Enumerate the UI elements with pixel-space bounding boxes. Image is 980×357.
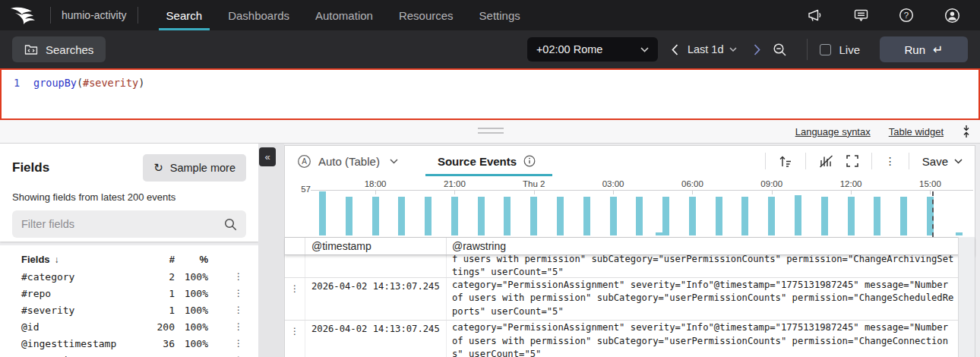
view-type-value: Auto (Table) <box>318 155 380 168</box>
event-row[interactable]: ⋮2026-04-02 14:13:07.245category="Permis… <box>285 278 975 321</box>
field-menu-kebab-icon[interactable]: ⋮ <box>208 271 258 282</box>
histogram-bar[interactable] <box>398 197 405 235</box>
repo-name[interactable]: humio-activity <box>62 9 127 21</box>
searches-button[interactable]: Searches <box>12 36 106 62</box>
event-menu-kebab-icon <box>285 255 305 277</box>
time-range-select[interactable]: Last 1d <box>688 43 738 55</box>
field-row[interactable]: @rawstring200100%⋮ <box>0 352 258 357</box>
histogram-bar[interactable] <box>662 197 669 235</box>
percent-column-header[interactable]: % <box>175 254 208 265</box>
events-table-rows: f users with permission" subCategory="us… <box>285 255 975 357</box>
histogram-bar[interactable] <box>319 191 326 235</box>
histogram-bar[interactable] <box>583 197 590 235</box>
announcements-icon[interactable] <box>808 9 824 22</box>
count-column-header[interactable]: # <box>144 254 175 265</box>
svg-text:A: A <box>302 157 307 166</box>
histogram-bar[interactable] <box>451 197 458 235</box>
search-icon <box>224 218 237 231</box>
event-timestamp: 2026-04-02 14:13:07.245 <box>305 278 446 320</box>
chevron-down-icon <box>390 159 398 164</box>
field-count: 1 <box>144 288 175 299</box>
histogram-bar[interactable] <box>478 197 485 235</box>
live-toggle[interactable]: Live <box>820 43 860 56</box>
collapse-fields-panel-button[interactable]: « <box>259 147 276 166</box>
histogram-bar[interactable] <box>610 197 617 235</box>
field-menu-kebab-icon[interactable]: ⋮ <box>208 338 258 349</box>
filter-fields-input[interactable]: Filter fields <box>12 210 246 238</box>
histogram-bar[interactable] <box>900 197 907 235</box>
histogram-bar[interactable] <box>874 197 880 235</box>
histogram-bar[interactable] <box>716 197 722 235</box>
histogram-bar[interactable] <box>689 197 696 235</box>
histogram-bar[interactable] <box>530 197 537 235</box>
histogram-bar[interactable] <box>656 232 662 235</box>
event-histogram[interactable]: 57 18:0021:00Thu 203:0006:0009:0012:0015… <box>285 176 975 237</box>
fullscreen-icon[interactable] <box>846 155 858 167</box>
run-button[interactable]: Run ↵ <box>880 36 968 62</box>
fields-sort-header[interactable]: Fields↓ <box>0 254 144 265</box>
field-row[interactable]: @id200100%⋮ <box>0 318 258 335</box>
field-row[interactable]: #severity1100%⋮ <box>0 302 258 318</box>
tab-source-events[interactable]: Source Events <box>433 146 540 176</box>
field-row[interactable]: #category2100%⋮ <box>0 268 258 285</box>
feedback-icon[interactable] <box>854 9 868 22</box>
histogram-bar[interactable] <box>346 197 352 235</box>
table-widget-link[interactable]: Table widget <box>889 126 944 137</box>
event-row[interactable]: f users with permission" subCategory="us… <box>285 255 975 278</box>
toggle-histogram-icon[interactable] <box>819 155 833 168</box>
timestamp-column-header[interactable]: @timestamp <box>305 238 446 254</box>
editor-resize-handle[interactable] <box>478 128 504 137</box>
nav-tab-search[interactable]: Search <box>153 0 216 30</box>
view-type-select[interactable]: A Auto (Table) <box>297 154 398 169</box>
event-menu-kebab-icon[interactable]: ⋮ <box>285 278 305 320</box>
chevron-down-icon <box>640 47 649 52</box>
language-syntax-link[interactable]: Language syntax <box>795 126 871 137</box>
results-menu-kebab-icon[interactable]: ⋮ <box>885 155 896 167</box>
field-menu-kebab-icon[interactable]: ⋮ <box>208 321 258 332</box>
zoom-out-time-icon[interactable] <box>773 43 787 57</box>
nav-tab-automation[interactable]: Automation <box>302 0 386 30</box>
histogram-bar[interactable] <box>741 197 748 235</box>
histogram-bar[interactable] <box>768 197 775 235</box>
query-code-line[interactable]: groupBy(#severity) <box>32 77 144 118</box>
time-forward-button[interactable] <box>748 44 767 55</box>
event-row[interactable]: ⋮2026-04-02 14:13:07.245category="Permis… <box>285 321 975 357</box>
main-content: Fields ↻ Sample more Showing fields from… <box>0 144 980 357</box>
query-editor[interactable]: 1 groupBy(#severity) <box>0 68 980 120</box>
histogram-bar[interactable] <box>557 197 564 235</box>
event-menu-kebab-icon[interactable]: ⋮ <box>285 321 305 357</box>
nav-tab-resources[interactable]: Resources <box>386 0 466 30</box>
histogram-bar[interactable] <box>956 232 963 235</box>
info-icon[interactable] <box>523 155 536 167</box>
timezone-select[interactable]: +02:00 Rome <box>527 37 658 62</box>
collapse-editor-icon[interactable] <box>962 125 971 138</box>
rawstring-column-header[interactable]: @rawstring <box>446 238 975 254</box>
histogram-bar[interactable] <box>848 197 855 235</box>
events-scrollbar[interactable] <box>958 237 975 357</box>
histogram-bar[interactable] <box>795 195 801 235</box>
field-menu-kebab-icon[interactable]: ⋮ <box>208 288 258 299</box>
histogram-bar[interactable] <box>821 197 828 235</box>
results-panel: A Auto (Table) Source Events <box>284 145 975 357</box>
refresh-icon: ↻ <box>153 161 163 175</box>
live-checkbox[interactable] <box>820 44 831 55</box>
field-row[interactable]: @ingesttimestamp36100%⋮ <box>0 335 258 352</box>
histogram-bar[interactable] <box>372 197 379 235</box>
crowdstrike-falcon-logo[interactable] <box>9 5 40 25</box>
histogram-bar[interactable] <box>636 197 643 235</box>
nav-tab-dashboards[interactable]: Dashboards <box>215 0 302 30</box>
account-icon[interactable] <box>944 8 960 24</box>
save-button[interactable]: Save <box>922 155 963 168</box>
results-actions: ⋮ Save <box>765 153 963 169</box>
svg-text:?: ? <box>904 11 909 20</box>
time-back-button[interactable] <box>665 44 684 55</box>
histogram-bar[interactable] <box>425 197 432 235</box>
help-icon[interactable]: ? <box>899 8 914 23</box>
field-row[interactable]: #repo1100%⋮ <box>0 285 258 302</box>
field-menu-kebab-icon[interactable]: ⋮ <box>208 305 258 315</box>
histogram-bar[interactable] <box>504 197 511 235</box>
sort-events-icon[interactable] <box>779 155 792 167</box>
event-timestamp: 2026-04-02 14:13:07.245 <box>305 321 446 357</box>
nav-tab-settings[interactable]: Settings <box>466 0 533 30</box>
sample-more-button[interactable]: ↻ Sample more <box>143 154 246 182</box>
